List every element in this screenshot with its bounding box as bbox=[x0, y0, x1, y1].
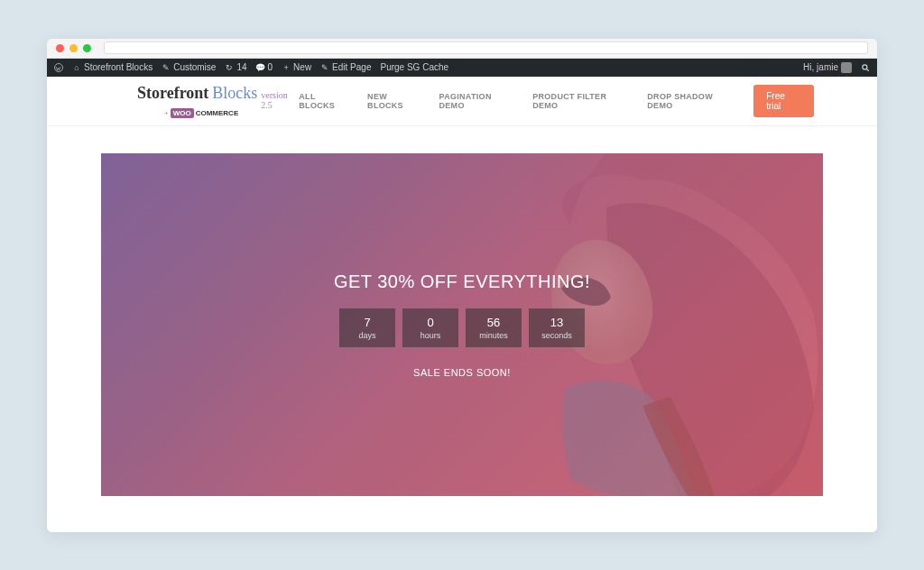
nav-pagination-demo[interactable]: PAGINATION DEMO bbox=[439, 92, 519, 110]
countdown-days: 7 days bbox=[339, 308, 395, 347]
commerce-text: COMMERCE bbox=[196, 109, 239, 117]
site-name-link[interactable]: ⌂ Storefront Blocks bbox=[72, 62, 152, 72]
home-icon: ⌂ bbox=[72, 63, 81, 72]
svg-point-0 bbox=[55, 63, 63, 71]
site-name-text: Storefront Blocks bbox=[84, 62, 152, 72]
updates-count: 14 bbox=[236, 62, 246, 72]
user-menu[interactable]: Hi, jamie bbox=[803, 62, 852, 73]
new-content-link[interactable]: + New bbox=[282, 62, 311, 72]
site-header: Storefront Blocks version 2.5 + WOO COMM… bbox=[47, 77, 877, 126]
countdown-days-label: days bbox=[339, 331, 395, 340]
adminbar-left: ⌂ Storefront Blocks ✎ Customise ↻ 14 💬 0… bbox=[54, 62, 448, 72]
purge-cache-text: Purge SG Cache bbox=[380, 62, 448, 72]
svg-line-2 bbox=[866, 69, 869, 71]
logo-storefront-text: Storefront bbox=[137, 84, 208, 103]
pencil-icon: ✎ bbox=[320, 63, 329, 72]
countdown-minutes-label: minutes bbox=[466, 331, 522, 340]
countdown-minutes-value: 56 bbox=[466, 316, 522, 329]
wordpress-icon bbox=[54, 63, 63, 72]
nav-drop-shadow-demo[interactable]: DROP SHADOW DEMO bbox=[647, 92, 739, 110]
logo-blocks-text: Blocks bbox=[212, 84, 257, 103]
search-icon bbox=[861, 63, 870, 72]
logo-main: Storefront Blocks version 2.5 bbox=[137, 84, 299, 110]
hero-content: GET 30% OFF EVERYTHING! 7 days 0 hours 5… bbox=[334, 271, 590, 378]
wp-logo-menu[interactable] bbox=[54, 63, 63, 72]
browser-chrome bbox=[47, 39, 877, 59]
countdown-hours-label: hours bbox=[402, 331, 458, 340]
countdown-seconds-value: 13 bbox=[529, 316, 585, 329]
window-close-icon[interactable] bbox=[56, 44, 64, 52]
updates-link[interactable]: ↻ 14 bbox=[225, 62, 246, 72]
countdown-timer: 7 days 0 hours 56 minutes 13 seconds bbox=[334, 308, 590, 347]
free-trial-button[interactable]: Free trial bbox=[753, 85, 814, 117]
hero-heading: GET 30% OFF EVERYTHING! bbox=[334, 271, 590, 292]
url-bar[interactable] bbox=[104, 41, 868, 54]
countdown-hours: 0 hours bbox=[402, 308, 458, 347]
nav-new-blocks[interactable]: NEW BLOCKS bbox=[367, 92, 424, 110]
content-area: GET 30% OFF EVERYTHING! 7 days 0 hours 5… bbox=[47, 126, 877, 532]
window-maximize-icon[interactable] bbox=[83, 44, 91, 52]
edit-page-text: Edit Page bbox=[332, 62, 371, 72]
countdown-seconds: 13 seconds bbox=[529, 308, 585, 347]
svg-point-1 bbox=[863, 64, 867, 69]
customise-text: Customise bbox=[173, 62, 216, 72]
main-nav: ALL BLOCKS NEW BLOCKS PAGINATION DEMO PR… bbox=[299, 85, 814, 117]
nav-product-filter-demo[interactable]: PRODUCT FILTER DEMO bbox=[532, 92, 633, 110]
countdown-seconds-label: seconds bbox=[529, 331, 585, 340]
browser-window: ⌂ Storefront Blocks ✎ Customise ↻ 14 💬 0… bbox=[47, 39, 877, 532]
logo-version-text: version 2.5 bbox=[261, 90, 299, 110]
avatar bbox=[841, 62, 852, 73]
hero-banner: GET 30% OFF EVERYTHING! 7 days 0 hours 5… bbox=[101, 153, 823, 496]
countdown-days-value: 7 bbox=[339, 316, 395, 329]
logo-sub: + WOO COMMERCE bbox=[164, 108, 238, 118]
nav-all-blocks[interactable]: ALL BLOCKS bbox=[299, 92, 353, 110]
logo-plus: + bbox=[164, 109, 169, 117]
wp-adminbar: ⌂ Storefront Blocks ✎ Customise ↻ 14 💬 0… bbox=[47, 59, 877, 77]
refresh-icon: ↻ bbox=[225, 63, 234, 72]
comment-icon: 💬 bbox=[256, 63, 265, 72]
woo-badge: WOO bbox=[171, 108, 194, 118]
site-logo[interactable]: Storefront Blocks version 2.5 + WOO COMM… bbox=[137, 84, 299, 118]
comments-link[interactable]: 💬 0 bbox=[256, 62, 273, 72]
edit-page-link[interactable]: ✎ Edit Page bbox=[320, 62, 371, 72]
adminbar-right: Hi, jamie bbox=[803, 62, 870, 73]
window-minimize-icon[interactable] bbox=[69, 44, 78, 52]
new-text: New bbox=[293, 62, 311, 72]
hero-subtext: SALE ENDS SOON! bbox=[334, 367, 590, 378]
purge-cache-link[interactable]: Purge SG Cache bbox=[380, 62, 448, 72]
search-toggle[interactable] bbox=[861, 63, 870, 72]
countdown-minutes: 56 minutes bbox=[466, 308, 522, 347]
greeting-text: Hi, jamie bbox=[803, 62, 838, 72]
customise-link[interactable]: ✎ Customise bbox=[162, 62, 216, 72]
countdown-hours-value: 0 bbox=[402, 316, 458, 329]
comments-count: 0 bbox=[268, 62, 273, 72]
brush-icon: ✎ bbox=[162, 63, 171, 72]
plus-icon: + bbox=[282, 63, 291, 72]
